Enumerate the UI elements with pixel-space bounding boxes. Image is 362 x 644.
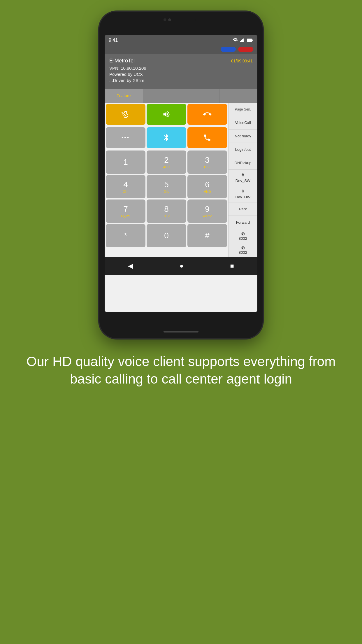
control-row-2: ••• bbox=[105, 126, 228, 149]
dev-hw-button[interactable]: # Dev_HW bbox=[229, 186, 257, 202]
dial-key-8[interactable]: 8 TUV bbox=[147, 200, 186, 223]
hold-button[interactable] bbox=[187, 127, 227, 148]
back-button[interactable]: ◀ bbox=[128, 262, 133, 270]
driven-by: ...Driven by XStim bbox=[109, 78, 253, 83]
dial-key-star[interactable]: * bbox=[106, 224, 145, 247]
camera-right bbox=[168, 18, 171, 21]
company-name: E-MetroTel bbox=[109, 58, 135, 64]
dial-key-hash[interactable]: # bbox=[187, 224, 227, 247]
svg-rect-1 bbox=[241, 40, 242, 42]
bluetooth-icon bbox=[162, 134, 171, 142]
svg-rect-6 bbox=[252, 40, 253, 41]
wifi-icon bbox=[232, 38, 238, 42]
mic-off-icon bbox=[122, 110, 130, 118]
vpn-info: VPN: 10.80.10.209 bbox=[109, 66, 253, 71]
feature-btn-2[interactable] bbox=[143, 89, 181, 103]
dial-key-0[interactable]: 0 bbox=[147, 224, 186, 247]
control-row-1 bbox=[105, 103, 228, 126]
not-ready-button[interactable]: Not ready bbox=[229, 130, 257, 143]
tagline-text: Our HD quality voice client supports eve… bbox=[23, 353, 339, 388]
tagline-section: Our HD quality voice client supports eve… bbox=[0, 338, 362, 405]
speaker-button[interactable] bbox=[147, 104, 186, 125]
forward-button[interactable]: Forward bbox=[229, 216, 257, 229]
power-button bbox=[263, 70, 264, 88]
status-bar: 9:41 bbox=[105, 35, 257, 46]
svg-rect-2 bbox=[242, 39, 243, 42]
dial-key-9[interactable]: 9 WXYZ bbox=[187, 200, 227, 223]
dial-key-6[interactable]: 6 MNO bbox=[187, 175, 227, 198]
nav-bar: ◀ ● ■ bbox=[105, 257, 257, 275]
camera-left bbox=[164, 18, 166, 21]
park-button[interactable]: Park bbox=[229, 202, 257, 216]
notification-pills bbox=[105, 46, 257, 54]
more-icon: ••• bbox=[122, 135, 130, 141]
feature-btn-3[interactable] bbox=[181, 89, 219, 103]
phone-8032-button-1[interactable]: ✆ 8032 bbox=[229, 229, 257, 243]
hash-sw-icon: # bbox=[242, 173, 244, 178]
info-header: E-MetroTel 01/09 09:41 bbox=[109, 58, 253, 64]
more-button[interactable]: ••• bbox=[106, 127, 145, 148]
phone-icon-2: ✆ bbox=[241, 246, 245, 250]
dial-key-5[interactable]: 5 JKL bbox=[147, 175, 186, 198]
dial-key-1[interactable]: 1 bbox=[106, 150, 145, 174]
phone-screen: 9:41 bbox=[105, 35, 257, 312]
dial-key-4[interactable]: 4 GHI bbox=[106, 175, 145, 198]
battery-icon bbox=[247, 38, 253, 42]
hold-icon bbox=[203, 134, 211, 142]
voicecall-button[interactable]: VoiceCall bbox=[229, 116, 257, 130]
status-icons bbox=[232, 38, 253, 42]
svg-rect-3 bbox=[243, 38, 244, 42]
bluetooth-button[interactable] bbox=[147, 127, 186, 148]
home-button[interactable]: ● bbox=[180, 262, 183, 270]
main-content: ••• bbox=[105, 103, 257, 257]
end-call-icon bbox=[201, 108, 213, 120]
phone-8032-button-2[interactable]: ✆ 8032 bbox=[229, 243, 257, 257]
side-panel: Page Sen. VoiceCall Not ready Login/out … bbox=[228, 103, 257, 257]
datetime: 01/09 09:41 bbox=[231, 59, 253, 63]
svg-rect-0 bbox=[240, 41, 241, 42]
svg-rect-5 bbox=[247, 39, 252, 41]
phone-icon-1: ✆ bbox=[241, 232, 245, 236]
login-out-button[interactable]: Login/out bbox=[229, 143, 257, 156]
pill-red bbox=[238, 47, 253, 52]
status-time: 9:41 bbox=[109, 38, 118, 43]
feature-button[interactable]: Feature bbox=[105, 89, 143, 103]
pill-blue bbox=[221, 47, 236, 52]
end-call-button[interactable] bbox=[187, 104, 227, 125]
dial-key-2[interactable]: 2 ABC bbox=[147, 150, 186, 174]
feature-bar: Feature bbox=[105, 89, 257, 103]
phone-frame: 9:41 bbox=[99, 12, 263, 338]
dial-key-3[interactable]: 3 DEF bbox=[187, 150, 227, 174]
mute-button[interactable] bbox=[106, 104, 145, 125]
feature-btn-4[interactable] bbox=[219, 89, 257, 103]
dialpad-area: ••• bbox=[105, 103, 228, 257]
phone-device: 9:41 bbox=[99, 12, 263, 338]
recent-button[interactable]: ■ bbox=[230, 262, 234, 270]
speaker-icon bbox=[162, 110, 171, 118]
hash-hw-icon: # bbox=[242, 189, 244, 194]
phone-bottom-bar bbox=[164, 331, 198, 332]
info-section: E-MetroTel 01/09 09:41 VPN: 10.80.10.209… bbox=[105, 54, 257, 89]
powered-by: Powered by UCX bbox=[109, 72, 253, 77]
dialpad-grid: 1 2 ABC 3 DEF 4 GHI bbox=[105, 149, 228, 249]
signal-icon bbox=[240, 38, 245, 42]
dnpickup-button[interactable]: DNPickup bbox=[229, 156, 257, 170]
dev-sw-button[interactable]: # Dev_SW bbox=[229, 170, 257, 186]
dial-key-7[interactable]: 7 PQRS bbox=[106, 200, 145, 223]
page-sen-button[interactable]: Page Sen. bbox=[229, 103, 257, 116]
